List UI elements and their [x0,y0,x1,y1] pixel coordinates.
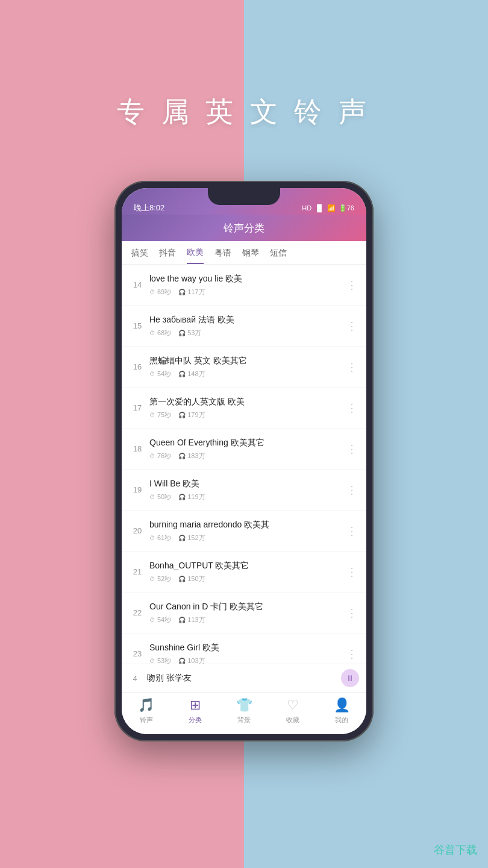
song-duration: ⏱ 54秒 [149,370,171,379]
song-item[interactable]: 19 I Will Be 欧美 ⏱ 50秒 🎧 119万 ⋮ [122,470,366,511]
headphone-icon: 🎧 [178,330,186,336]
more-options-button[interactable]: ⋮ [344,319,359,333]
song-plays: 🎧 119万 [178,492,205,502]
headphone-icon: 🎧 [178,371,186,377]
phone-frame: 晚上8:02 HD ▐▌ 📶 🔋76 铃声分类 搞笑 抖音 欧美 [114,181,374,832]
headphone-icon: 🎧 [178,658,186,664]
headphone-icon: 🎧 [178,535,186,541]
song-item[interactable]: 17 第一次爱的人英文版 欧美 ⏱ 75秒 🎧 179万 ⋮ [122,388,366,429]
song-item[interactable]: 16 黑蝙蝠中队 英文 欧美其它 ⏱ 54秒 🎧 148万 ⋮ [122,347,366,388]
song-info: burning maria arredondo 欧美其 ⏱ 61秒 🎧 152万 [149,519,344,542]
song-info: Bonha_OUTPUT 欧美其它 ⏱ 52秒 🎧 150万 [149,560,344,583]
song-item[interactable]: 22 Our Canon in D 卡门 欧美其它 ⏱ 54秒 🎧 113万 ⋮ [122,593,366,634]
nav-background[interactable]: 👕 背景 [219,697,268,725]
headphone-icon: 🎧 [178,412,186,418]
phone-notch [208,188,280,205]
tab-gangqin[interactable]: 钢琴 [242,248,259,263]
song-item[interactable]: 21 Bonha_OUTPUT 欧美其它 ⏱ 52秒 🎧 150万 ⋮ [122,552,366,593]
song-info: love the way you lie 欧美 ⏱ 69秒 🎧 117万 [149,273,344,296]
song-number: 21 [129,567,146,576]
clock-icon: ⏱ [149,576,155,582]
status-icons: HD ▐▌ 📶 🔋76 [302,204,354,212]
more-options-button[interactable]: ⋮ [344,606,359,620]
bottom-nav: 🎵 铃声 ⊞ 分类 👕 背景 ♡ 收藏 [122,692,366,734]
song-duration: ⏱ 76秒 [149,451,171,461]
tab-oumei[interactable]: 欧美 [187,247,204,264]
status-time: 晚上8:02 [134,203,164,213]
song-item[interactable]: 20 burning maria arredondo 欧美其 ⏱ 61秒 🎧 1… [122,511,366,552]
hd-icon: HD [302,204,311,212]
clock-icon: ⏱ [149,494,155,500]
tab-douyin[interactable]: 抖音 [159,248,176,263]
phone-screen: 晚上8:02 HD ▐▌ 📶 🔋76 铃声分类 搞笑 抖音 欧美 [122,188,366,734]
nav-ringtone[interactable]: 🎵 铃声 [122,697,170,725]
song-title: burning maria arredondo 欧美其 [149,519,344,530]
song-item[interactable]: 14 love the way you lie 欧美 ⏱ 69秒 🎧 117万 … [122,265,366,306]
song-number: 16 [129,362,146,371]
song-title: Our Canon in D 卡门 欧美其它 [149,601,344,612]
ringtone-icon: 🎵 [138,697,154,713]
song-item[interactable]: 18 Queen Of Everything 欧美其它 ⏱ 76秒 🎧 183万… [122,429,366,470]
song-title: love the way you lie 欧美 [149,273,344,284]
profile-icon: 👤 [334,697,350,713]
more-options-button[interactable]: ⋮ [344,647,359,661]
song-plays: 🎧 148万 [178,370,205,379]
song-number: 14 [129,280,146,289]
tab-gaoxiao[interactable]: 搞笑 [131,248,148,263]
nav-favorites-label: 收藏 [286,715,299,725]
clock-icon: ⏱ [149,371,155,377]
song-title: 第一次爱的人英文版 欧美 [149,396,344,407]
song-item[interactable]: 23 Sunshine Girl 欧美 ⏱ 53秒 🎧 103万 ⋮ [122,634,366,664]
song-duration: ⏱ 50秒 [149,492,171,502]
background-icon: 👕 [236,697,252,713]
nav-favorites[interactable]: ♡ 收藏 [269,697,318,725]
song-title: Sunshine Girl 欧美 [149,642,344,653]
song-item[interactable]: 15 Не забывай 法语 欧美 ⏱ 68秒 🎧 53万 ⋮ [122,306,366,347]
more-options-button[interactable]: ⋮ [344,483,359,497]
headphone-icon: 🎧 [178,453,186,459]
song-title: 黑蝙蝠中队 英文 欧美其它 [149,355,344,366]
tab-duanxin[interactable]: 短信 [270,248,287,263]
clock-icon: ⏱ [149,658,155,664]
song-list-scroll[interactable]: 14 love the way you lie 欧美 ⏱ 69秒 🎧 117万 … [122,265,366,664]
more-options-button[interactable]: ⋮ [344,524,359,538]
more-options-button[interactable]: ⋮ [344,278,359,292]
now-playing-number: 4 [129,674,141,683]
now-playing-title: 吻别 张学友 [147,673,335,684]
song-number: 15 [129,321,146,330]
clock-icon: ⏱ [149,330,155,336]
song-title: Queen Of Everything 欧美其它 [149,437,344,448]
clock-icon: ⏱ [149,412,155,418]
song-meta: ⏱ 52秒 🎧 150万 [149,574,344,583]
now-playing-bar: 4 吻别 张学友 ⏸ [122,664,366,692]
song-info: 第一次爱的人英文版 欧美 ⏱ 75秒 🎧 179万 [149,396,344,419]
more-options-button[interactable]: ⋮ [344,360,359,374]
song-duration: ⏱ 54秒 [149,615,171,624]
song-title: Не забывай 法语 欧美 [149,314,344,325]
song-plays: 🎧 103万 [178,656,205,664]
category-icon: ⊞ [190,697,201,713]
favorites-icon: ♡ [287,697,299,713]
song-info: I Will Be 欧美 ⏱ 50秒 🎧 119万 [149,478,344,501]
clock-icon: ⏱ [149,289,155,295]
song-plays: 🎧 117万 [178,288,205,297]
song-info: Sunshine Girl 欧美 ⏱ 53秒 🎧 103万 [149,642,344,664]
nav-category[interactable]: ⊞ 分类 [170,697,219,725]
nav-profile[interactable]: 👤 我的 [318,697,366,725]
song-duration: ⏱ 52秒 [149,574,171,583]
clock-icon: ⏱ [149,535,155,541]
more-options-button[interactable]: ⋮ [344,565,359,579]
pause-button[interactable]: ⏸ [341,669,359,687]
app-header: 铃声分类 [122,215,366,241]
nav-background-label: 背景 [237,715,251,725]
song-duration: ⏱ 68秒 [149,329,171,338]
song-plays: 🎧 113万 [178,615,205,624]
more-options-button[interactable]: ⋮ [344,442,359,456]
more-options-button[interactable]: ⋮ [344,401,359,415]
song-number: 22 [129,608,146,617]
tab-yueyu[interactable]: 粤语 [214,248,231,263]
nav-ringtone-label: 铃声 [140,715,153,725]
song-meta: ⏱ 50秒 🎧 119万 [149,492,344,502]
song-plays: 🎧 53万 [178,329,201,338]
phone-outer: 晚上8:02 HD ▐▌ 📶 🔋76 铃声分类 搞笑 抖音 欧美 [114,181,374,741]
